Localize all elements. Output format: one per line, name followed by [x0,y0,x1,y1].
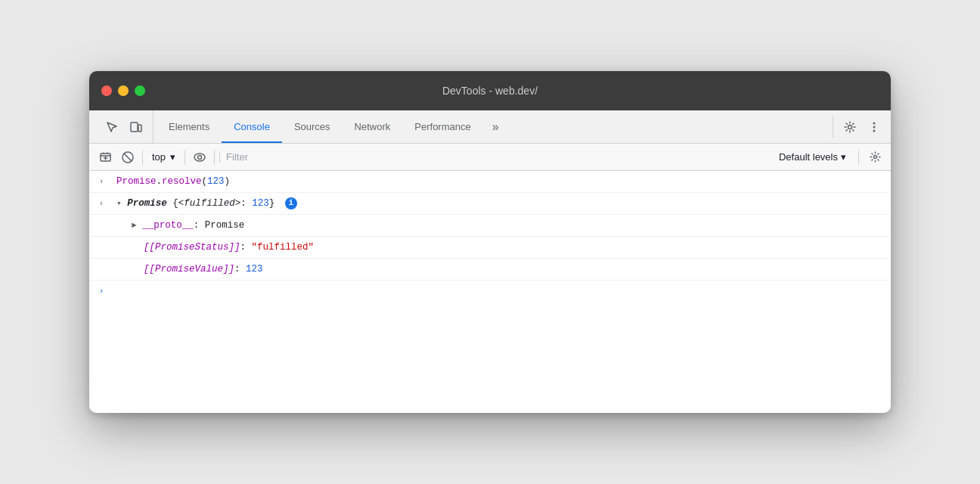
toolbar-divider-3 [214,150,215,165]
tab-elements[interactable]: Elements [157,110,222,143]
svg-point-2 [848,125,852,129]
proto-value: Promise [205,220,245,231]
proto-expand-icon[interactable]: ► [132,221,137,230]
toolbar-divider-2 [185,150,185,165]
status-key: [[PromiseStatus]] [144,242,240,253]
input-content: Promise.resolve(123) [113,174,885,189]
console-prompt: › [89,281,891,303]
console-output-line: ‹ ▾ Promise {<fulfilled>: 123} i [89,193,891,215]
value-123: 123 [252,198,269,209]
svg-point-11 [873,156,876,159]
status-colon: : [240,242,252,253]
resolve-text: resolve [162,176,202,187]
proto-colon: : [194,220,205,231]
input-gutter: › [89,174,113,189]
inspect-element-button[interactable] [101,116,122,138]
svg-point-9 [194,154,205,161]
console-settings-button[interactable] [865,147,885,167]
window-title: DevTools - web.dev/ [442,85,538,97]
proto-line: ► __proto__: Promise [89,215,891,237]
console-toolbar: top ▾ Default levels ▾ [89,144,891,171]
fulfilled-key: <fulfilled> [178,198,241,209]
device-toolbar-button[interactable] [126,116,147,138]
number-123: 123 [207,176,225,187]
prompt-input[interactable] [113,284,885,300]
svg-rect-1 [138,125,141,132]
filter-input[interactable] [226,151,770,163]
tab-console[interactable]: Console [222,110,282,143]
svg-point-3 [873,122,876,124]
toolbar-divider-1 [142,150,143,165]
context-selector[interactable]: top ▾ [147,150,180,164]
tabbar-left-icons [95,110,154,143]
console-content: › Promise.resolve(123) ‹ ▾ Promise {<ful… [89,171,891,413]
more-options-button[interactable] [864,116,885,138]
info-badge[interactable]: i [285,197,297,209]
minimize-button[interactable] [118,85,129,96]
output-content: ▾ Promise {<fulfilled>: 123} i [113,196,885,211]
svg-point-5 [873,129,876,132]
tab-sources[interactable]: Sources [282,110,343,143]
value-key: [[PromiseValue]] [144,264,234,275]
tab-performance[interactable]: Performance [402,110,482,143]
tab-items: Elements Console Sources Network Perform… [157,110,833,143]
prompt-chevron-icon[interactable]: › [89,285,113,299]
value-colon: : [234,264,246,275]
console-input-line: › Promise.resolve(123) [89,171,891,193]
settings-button[interactable] [839,116,861,138]
promise-value-line: [[PromiseValue]]: 123 [89,259,891,281]
tab-network[interactable]: Network [343,110,403,143]
close-button[interactable] [101,85,112,96]
devtools-window: DevTools - web.dev/ Elements Console [89,71,891,413]
proto-content: ► __proto__: Promise [129,218,885,233]
paren-open: ( [202,176,208,187]
maximize-button[interactable] [135,85,145,96]
brace-open: { [172,198,178,209]
promise-text: Promise [116,176,157,187]
status-value: "fulfilled" [252,242,315,253]
input-chevron-icon: › [99,175,104,189]
value-content: [[PromiseValue]]: 123 [141,262,885,277]
colon-space: : [240,198,252,209]
promise-label: Promise [127,198,172,209]
tabbar: Elements Console Sources Network Perform… [89,110,891,144]
log-levels-button[interactable]: Default levels ▾ [773,148,852,166]
expand-chevron-icon[interactable]: ▾ [116,199,122,208]
svg-point-4 [873,126,876,128]
tabbar-right-icons [833,116,885,138]
stop-button[interactable] [118,147,138,167]
proto-key: __proto__ [142,220,194,231]
filter-input-wrap [219,151,770,163]
live-expressions-button[interactable] [190,147,209,167]
svg-line-8 [124,154,132,161]
dot-text: . [157,176,163,187]
toolbar-divider-4 [858,150,859,165]
titlebar: DevTools - web.dev/ [89,71,891,110]
status-content: [[PromiseStatus]]: "fulfilled" [141,240,885,255]
output-back-icon: ‹ [99,197,104,211]
svg-rect-0 [131,123,138,132]
paren-close: ) [225,176,231,187]
brace-close: } [269,198,275,209]
value-num: 123 [246,264,263,275]
more-tabs-button[interactable]: » [483,120,508,134]
clear-console-button[interactable] [95,147,115,167]
traffic-lights [101,85,145,96]
promise-status-line: [[PromiseStatus]]: "fulfilled" [89,237,891,259]
output-gutter: ‹ [89,196,113,211]
svg-point-10 [198,155,202,159]
